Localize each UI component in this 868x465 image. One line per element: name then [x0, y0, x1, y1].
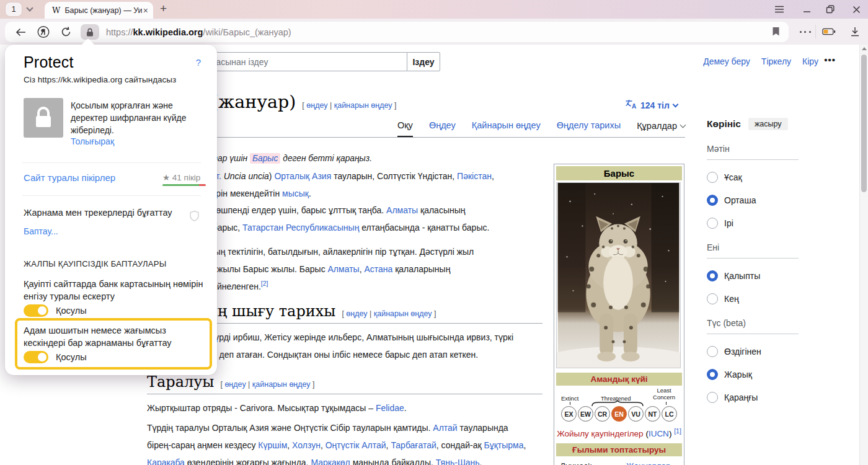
iucn-link[interactable]: IUCN	[649, 429, 669, 438]
back-icon[interactable]	[15, 26, 27, 38]
new-tab-button[interactable]: +	[160, 2, 167, 16]
scrollbar-thumb[interactable]	[861, 55, 867, 192]
search-button[interactable]: Іздеу	[407, 52, 440, 71]
inline-text: ,	[492, 171, 494, 181]
status-circle-VU: VU	[628, 406, 644, 422]
inline-link[interactable]: Астана	[364, 264, 392, 274]
inline-link[interactable]: Алматы	[328, 264, 360, 274]
inline-link[interactable]: Бұқтырма	[484, 440, 524, 450]
site-reviews-link[interactable]: Сайт туралы пікірлер	[24, 172, 115, 183]
view-tab-Өңдеу[interactable]: Өңдеу	[429, 120, 456, 137]
yandex-logo-icon[interactable]	[37, 26, 50, 38]
view-tab-Қайнарын өңдеу[interactable]: Қайнарын өңдеу	[472, 120, 541, 137]
battery-icon[interactable]	[822, 24, 836, 40]
appearance-option-Кең[interactable]: Кең	[707, 293, 800, 304]
setting1-toggle[interactable]	[24, 304, 48, 317]
status-ref-link[interactable]: [1]	[674, 427, 681, 435]
inline-text: қаласының	[418, 205, 465, 215]
active-tab[interactable]: W Барыс (жануар) — Уики ×	[45, 2, 153, 19]
url-text[interactable]: https://kk.wikipedia.org/wiki/Барыс_(жан…	[106, 27, 291, 37]
inline-link[interactable]: Алматы	[386, 205, 418, 215]
inline-link[interactable]: Оңтүстік Алтай	[326, 440, 386, 450]
radio-button[interactable]	[707, 270, 718, 281]
scrollbar-up-arrow[interactable]	[862, 47, 867, 50]
classification-header: Ғылыми топтастыруы	[556, 443, 682, 456]
edit-bracket: ]	[432, 309, 436, 318]
inline-link[interactable]: Барыс	[250, 153, 280, 164]
page-scrollbar[interactable]	[859, 45, 868, 465]
inline-link[interactable]: Холзун	[292, 440, 321, 450]
site-security-lock-icon[interactable]	[81, 24, 99, 40]
snow-leopard-photo[interactable]	[556, 182, 681, 368]
wiki-top-link[interactable]: Демеу беру	[703, 56, 750, 66]
text-line: Қарақаба өзендерінің жоғарғы жағында, Ма…	[147, 454, 526, 465]
radio-button[interactable]	[707, 346, 718, 357]
tab-list-chevron-icon[interactable]	[26, 4, 33, 11]
wiki-top-link[interactable]: Тіркелу	[761, 56, 791, 66]
edit-link[interactable]: өңдеу	[306, 101, 327, 110]
setting2-toggle[interactable]	[24, 351, 48, 363]
kingdom-link[interactable]: Жануарлар	[626, 461, 671, 465]
reviews-count[interactable]: ★ 41 пікір	[162, 172, 200, 182]
inline-link[interactable]: Алтай	[433, 423, 457, 433]
inline-link[interactable]: мысық	[282, 188, 309, 198]
toolbar-more-icon[interactable]	[799, 24, 812, 40]
heading-text: Таралуы	[147, 373, 214, 391]
inline-link[interactable]: Felidae	[376, 403, 404, 413]
status-redlink[interactable]: Жойылу қаупіндегілер	[557, 429, 643, 438]
restore-window-icon[interactable]	[825, 4, 836, 15]
status-circle-NT: NT	[645, 406, 660, 422]
radio-button[interactable]	[707, 369, 718, 380]
text-line: Түрдің таралуы Орталық Азия және Оңтүсті…	[147, 419, 526, 436]
wiki-top-link[interactable]: Кіру	[802, 56, 818, 66]
appearance-section-label: Ені	[707, 242, 799, 259]
appearance-option-Қараңғы[interactable]: Қараңғы	[707, 392, 800, 403]
wiki-more-menu[interactable]: •••	[824, 55, 836, 65]
appearance-option-Қалыпты[interactable]: Қалыпты	[707, 270, 800, 281]
radio-button[interactable]	[707, 218, 718, 229]
edit-source-link[interactable]: қайнарын өңдеу	[374, 309, 432, 318]
inline-link[interactable]: Татарстан Республикасының	[242, 223, 359, 232]
inline-link[interactable]: Пәкістан	[457, 171, 492, 181]
edit-link[interactable]: өңдеу	[224, 380, 246, 389]
language-selector[interactable]: A 124 тіл	[625, 99, 678, 111]
view-tab-tools[interactable]: Құралдар	[637, 120, 685, 137]
appearance-option-Орташа[interactable]: Орташа	[707, 195, 800, 206]
edit-link[interactable]: өңдеу	[346, 309, 367, 318]
appearance-option-Өздігінен[interactable]: Өздігінен	[707, 346, 800, 357]
popup-divider	[22, 162, 201, 163]
radio-button[interactable]	[707, 195, 718, 206]
appearance-option-Ірі[interactable]: Ірі	[707, 218, 800, 229]
edit-source-link[interactable]: қайнарын өңдеу	[334, 101, 392, 110]
connection-more-link[interactable]: Толығырақ	[71, 136, 114, 146]
minimize-window-icon[interactable]	[801, 4, 812, 15]
inline-link[interactable]: Тянь-Шань	[436, 458, 480, 465]
close-window-icon[interactable]	[851, 4, 862, 15]
adblock-title: Жарнама мен трекерлерді бұғаттау	[24, 208, 172, 218]
inline-link[interactable]: Марқакөл	[311, 458, 350, 465]
inline-link[interactable]: Орталық Азия	[274, 171, 331, 181]
inline-link[interactable]: Қарақаба	[147, 458, 185, 465]
radio-button[interactable]	[707, 293, 718, 304]
inline-link[interactable]: Күршім	[258, 440, 287, 450]
adblock-setup-link[interactable]: Баптау...	[24, 226, 58, 236]
address-bar[interactable]: https://kk.wikipedia.org/wiki/Барыс_(жан…	[5, 22, 789, 42]
tab-counter-button[interactable]: 1	[6, 2, 22, 16]
inline-text: ,	[321, 440, 326, 450]
radio-button[interactable]	[707, 172, 718, 183]
inline-link[interactable]: Тарбағатай	[391, 440, 436, 450]
tab-close-icon[interactable]: ×	[143, 6, 148, 16]
refresh-icon[interactable]	[60, 26, 72, 38]
inline-link[interactable]: [2]	[261, 280, 268, 287]
view-tab-Оқу[interactable]: Оқу	[397, 120, 413, 137]
bookmark-icon[interactable]	[772, 27, 780, 39]
appearance-option-Жарық[interactable]: Жарық	[707, 369, 800, 380]
appearance-option-Ұсақ[interactable]: Ұсақ	[707, 172, 800, 183]
appearance-hide-button[interactable]: жасыру	[748, 118, 788, 130]
radio-button[interactable]	[707, 392, 718, 403]
protect-help-link[interactable]: ?	[196, 57, 201, 68]
downloads-icon[interactable]	[848, 24, 862, 40]
view-tab-Өңделу тарихы[interactable]: Өңделу тарихы	[557, 120, 621, 137]
edit-source-link[interactable]: қайнарын өңдеу	[252, 380, 311, 389]
menu-hamburger-icon[interactable]	[774, 4, 785, 15]
